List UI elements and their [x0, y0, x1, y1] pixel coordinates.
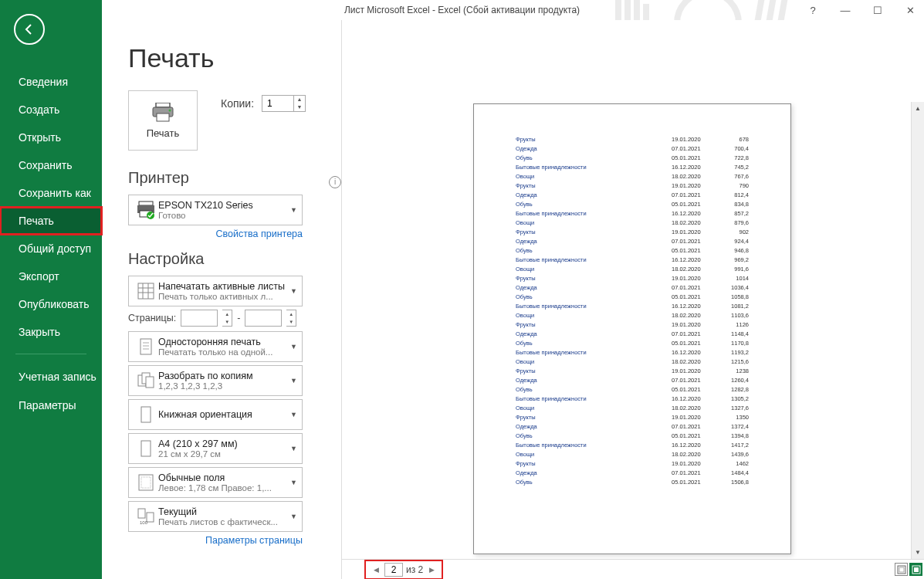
show-margins-button[interactable] [895, 563, 908, 576]
page-title: Печать [128, 43, 341, 73]
sheets-icon [134, 279, 158, 303]
svg-rect-38 [914, 567, 919, 572]
next-page-button[interactable]: ▶ [426, 564, 437, 575]
printer-icon [151, 103, 174, 123]
svg-rect-28 [141, 407, 151, 422]
page-navigator: ◀ из 2 ▶ [364, 560, 443, 580]
chevron-down-icon: ▼ [290, 377, 297, 384]
svg-rect-33 [147, 513, 154, 522]
collate-dropdown[interactable]: Разобрать по копиям1,2,3 1,2,3 1,2,3 ▼ [128, 365, 303, 396]
scroll-up[interactable]: ▲ [912, 102, 924, 115]
svg-rect-36 [899, 567, 904, 572]
minimize-button[interactable]: — [836, 3, 855, 17]
printer-properties-link[interactable]: Свойства принтера [128, 229, 303, 239]
prev-page-button[interactable]: ◀ [371, 564, 381, 575]
chevron-down-icon: ▼ [290, 206, 297, 214]
duplex-dropdown[interactable]: Односторонняя печатьПечатать только на о… [128, 331, 303, 362]
svg-rect-16 [138, 283, 154, 299]
svg-point-11 [169, 109, 171, 111]
printer-dropdown[interactable]: EPSON TX210 Series Готово ▼ [128, 195, 303, 225]
zoom-to-page-button[interactable] [909, 563, 922, 576]
printer-status: Готово [158, 211, 287, 220]
info-icon[interactable]: i [329, 176, 341, 188]
vertical-scrollbar[interactable]: ▲ ▼ [911, 102, 924, 559]
sidebar-item-publish[interactable]: Опубликовать [0, 290, 102, 318]
copies-down[interactable]: ▼ [294, 103, 305, 111]
svg-rect-32 [138, 509, 145, 518]
maximize-button[interactable]: ☐ [868, 3, 887, 17]
sidebar-item-open[interactable]: Открыть [0, 124, 102, 151]
preview-footer: ◀ из 2 ▶ [341, 559, 924, 579]
sidebar-item-options[interactable]: Параметры [0, 391, 102, 419]
copies-up[interactable]: ▲ [294, 96, 305, 103]
margins-icon [134, 471, 158, 494]
sidebar-item-saveas[interactable]: Сохранить как [0, 179, 102, 207]
scale-icon: 100 [134, 505, 158, 528]
pages-to-input[interactable] [245, 310, 282, 327]
sidebar-item-account[interactable]: Учетная запись [0, 362, 102, 391]
page-setup-link[interactable]: Параметры страницы [128, 535, 303, 546]
print-preview: Фрукты19.01.2020678Одежда07.01.2021700,4… [341, 20, 924, 579]
chevron-down-icon: ▼ [290, 479, 297, 486]
pages-label: Страницы: [128, 313, 176, 323]
titlebar: Лист Microsoft Excel - Excel (Сбой актив… [0, 0, 924, 20]
current-page-input[interactable] [384, 563, 403, 577]
sidebar-item-close[interactable]: Закрыть [0, 318, 102, 346]
paper-icon [134, 437, 158, 460]
sidebar-item-save[interactable]: Сохранить [0, 151, 102, 179]
scroll-down[interactable]: ▼ [912, 546, 924, 559]
paper-dropdown[interactable]: A4 (210 x 297 мм)21 см x 29,7 см ▼ [128, 433, 303, 464]
copies-label: Копии: [221, 97, 254, 110]
collate-icon [134, 369, 158, 392]
printer-name: EPSON TX210 Series [158, 200, 287, 211]
preview-data-table: Фрукты19.01.2020678Одежда07.01.2021700,4… [513, 134, 752, 487]
chevron-down-icon: ▼ [290, 343, 297, 350]
orientation-dropdown[interactable]: Книжная ориентация ▼ [128, 399, 303, 430]
margins-dropdown[interactable]: Обычные поляЛевое: 1,78 см Правое: 1,...… [128, 467, 303, 498]
chevron-down-icon: ▼ [290, 513, 297, 520]
portrait-icon [134, 403, 158, 426]
print-what-dropdown[interactable]: Напечатать активные листыПечать только а… [128, 276, 303, 306]
svg-rect-29 [141, 441, 151, 456]
svg-rect-21 [140, 339, 151, 354]
sidebar-item-share[interactable]: Общий доступ [0, 235, 102, 262]
preview-page: Фрукты19.01.2020678Одежда07.01.2021700,4… [473, 103, 791, 554]
page-total-label: из 2 [406, 564, 423, 575]
window-title: Лист Microsoft Excel - Excel (Сбой актив… [344, 5, 580, 15]
sidebar-item-print[interactable]: Печать [0, 207, 102, 235]
sidebar-divider [15, 354, 86, 354]
chevron-down-icon: ▼ [290, 287, 297, 295]
svg-rect-8 [156, 103, 170, 107]
sidebar-item-info[interactable]: Сведения [0, 68, 102, 96]
print-button-label: Печать [147, 127, 180, 139]
sidebar-item-new[interactable]: Создать [0, 96, 102, 124]
backstage-sidebar: Сведения Создать Открыть Сохранить Сохра… [0, 0, 102, 579]
help-button[interactable]: ? [804, 3, 822, 17]
svg-rect-27 [146, 377, 154, 388]
settings-heading: Настройка [128, 250, 341, 268]
pages-from-input[interactable] [181, 310, 218, 327]
chevron-down-icon: ▼ [290, 445, 297, 452]
svg-rect-12 [139, 201, 153, 205]
sidebar-item-export[interactable]: Экспорт [0, 262, 102, 290]
printer-status-icon [134, 198, 158, 222]
print-button[interactable]: Печать [128, 90, 198, 151]
scale-dropdown[interactable]: 100 ТекущийПечать листов с фактическ... … [128, 501, 303, 532]
copies-input[interactable] [262, 96, 293, 111]
chevron-down-icon: ▼ [290, 411, 297, 418]
printer-heading: Принтер [128, 169, 189, 187]
svg-rect-10 [157, 113, 169, 121]
svg-text:100: 100 [140, 520, 148, 525]
copies-spinner[interactable]: ▲▼ [262, 95, 306, 112]
close-button[interactable]: ✕ [901, 3, 919, 17]
page-icon [134, 335, 158, 358]
